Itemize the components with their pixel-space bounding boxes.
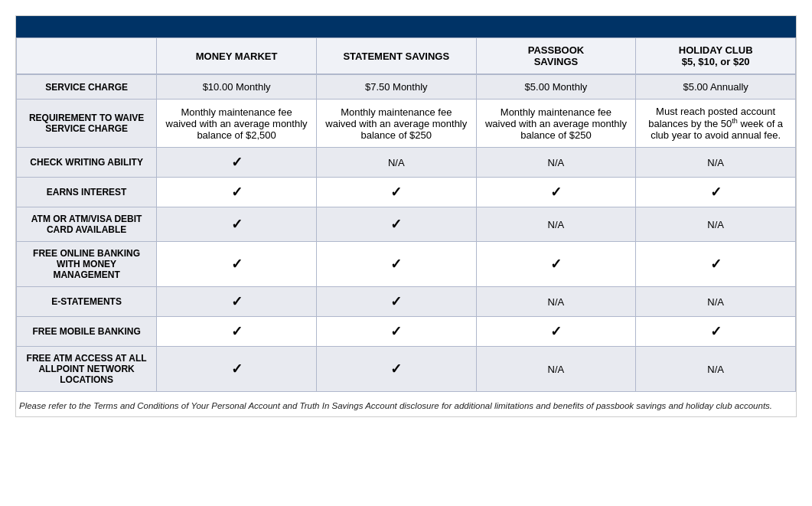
col-header-label: [17, 38, 157, 75]
row-cell-statement_savings: ✓: [316, 287, 476, 317]
row-cell-statement_savings: ✓: [316, 178, 476, 207]
checkmark-icon: ✓: [710, 256, 722, 272]
checkmark-icon: ✓: [710, 324, 722, 339]
row-cell-statement_savings: ✓: [316, 207, 476, 242]
table-row: FREE ATM ACCESS AT ALL ALLPOINT NETWORK …: [17, 347, 796, 392]
row-label: SERVICE CHARGE: [17, 74, 157, 100]
row-label: ATM OR ATM/VISA DEBIT CARD AVAILABLE: [17, 207, 157, 242]
row-label: FREE ATM ACCESS AT ALL ALLPOINT NETWORK …: [17, 347, 157, 392]
row-cell-money_market: ✓: [157, 242, 317, 287]
row-label: CHECK WRITING ABILITY: [17, 148, 157, 178]
row-cell-statement_savings: ✓: [316, 317, 476, 347]
row-cell-passbook_savings: Monthly maintenance fee waived with an a…: [476, 100, 636, 148]
checkmark-icon: ✓: [231, 256, 243, 272]
row-cell-statement_savings: ✓: [316, 347, 476, 392]
checkmark-icon: ✓: [550, 256, 562, 272]
checkmark-icon: ✓: [231, 184, 243, 200]
table-row: E-STATEMENTS✓✓N/AN/A: [17, 287, 796, 317]
checkmark-icon: ✓: [390, 217, 402, 232]
row-label: FREE ONLINE BANKING WITH MONEY MANAGEMEN…: [17, 242, 157, 287]
row-cell-passbook_savings: ✓: [476, 178, 636, 207]
row-cell-holiday_club: Must reach posted account balances by th…: [636, 100, 796, 148]
footer-note: Please refer to the Terms and Conditions…: [16, 392, 796, 416]
row-cell-passbook_savings: $5.00 Monthly: [476, 74, 636, 100]
col-header-money-market: MONEY MARKET: [157, 38, 317, 75]
row-cell-holiday_club: N/A: [636, 207, 796, 242]
table-row: FREE MOBILE BANKING✓✓✓✓: [17, 317, 796, 347]
row-cell-passbook_savings: N/A: [476, 347, 636, 392]
table-row: CHECK WRITING ABILITY✓N/AN/AN/A: [17, 148, 796, 178]
row-cell-holiday_club: $5.00 Annually: [636, 74, 796, 100]
row-cell-money_market: ✓: [157, 178, 317, 207]
row-cell-statement_savings: $7.50 Monthly: [316, 74, 476, 100]
row-cell-money_market: ✓: [157, 347, 317, 392]
row-label: FREE MOBILE BANKING: [17, 317, 157, 347]
row-label: E-STATEMENTS: [17, 287, 157, 317]
row-cell-money_market: ✓: [157, 148, 317, 178]
row-cell-statement_savings: Monthly maintenance fee waived with an a…: [316, 100, 476, 148]
table-row: SERVICE CHARGE$10.00 Monthly$7.50 Monthl…: [17, 74, 796, 100]
col-header-passbook-savings: PASSBOOKSAVINGS: [476, 38, 636, 75]
checkmark-icon: ✓: [390, 294, 402, 309]
row-cell-passbook_savings: ✓: [476, 317, 636, 347]
row-cell-holiday_club: N/A: [636, 347, 796, 392]
row-cell-money_market: ✓: [157, 287, 317, 317]
comparison-table: MONEY MARKET STATEMENT SAVINGS PASSBOOKS…: [16, 38, 796, 392]
col-header-statement-savings: STATEMENT SAVINGS: [316, 38, 476, 75]
checkmark-icon: ✓: [231, 217, 243, 232]
row-cell-statement_savings: ✓: [316, 242, 476, 287]
checkmark-icon: ✓: [390, 184, 402, 200]
checkmark-icon: ✓: [550, 324, 562, 339]
table-row: ATM OR ATM/VISA DEBIT CARD AVAILABLE✓✓N/…: [17, 207, 796, 242]
row-cell-holiday_club: ✓: [636, 317, 796, 347]
checkmark-icon: ✓: [390, 324, 402, 339]
page-title: [16, 16, 796, 38]
checkmark-icon: ✓: [390, 256, 402, 272]
table-row: EARNS INTEREST✓✓✓✓: [17, 178, 796, 207]
row-cell-passbook_savings: N/A: [476, 148, 636, 178]
row-label: REQUIREMENT TO WAIVE SERVICE CHARGE: [17, 100, 157, 148]
row-cell-holiday_club: N/A: [636, 287, 796, 317]
checkmark-icon: ✓: [231, 361, 243, 377]
checkmark-icon: ✓: [710, 184, 722, 200]
main-container: MONEY MARKET STATEMENT SAVINGS PASSBOOKS…: [15, 15, 797, 417]
row-cell-holiday_club: N/A: [636, 148, 796, 178]
checkmark-icon: ✓: [231, 294, 243, 309]
checkmark-icon: ✓: [231, 324, 243, 339]
row-cell-money_market: $10.00 Monthly: [157, 74, 317, 100]
row-cell-statement_savings: N/A: [316, 148, 476, 178]
checkmark-icon: ✓: [231, 155, 243, 170]
row-cell-money_market: ✓: [157, 207, 317, 242]
row-cell-money_market: ✓: [157, 317, 317, 347]
row-cell-passbook_savings: ✓: [476, 242, 636, 287]
table-header-row: MONEY MARKET STATEMENT SAVINGS PASSBOOKS…: [17, 38, 796, 75]
row-cell-money_market: Monthly maintenance fee waived with an a…: [157, 100, 317, 148]
table-row: FREE ONLINE BANKING WITH MONEY MANAGEMEN…: [17, 242, 796, 287]
row-label: EARNS INTEREST: [17, 178, 157, 207]
row-cell-passbook_savings: N/A: [476, 287, 636, 317]
table-row: REQUIREMENT TO WAIVE SERVICE CHARGEMonth…: [17, 100, 796, 148]
row-cell-holiday_club: ✓: [636, 242, 796, 287]
checkmark-icon: ✓: [550, 184, 562, 200]
row-cell-passbook_savings: N/A: [476, 207, 636, 242]
col-header-holiday-club: HOLIDAY CLUB$5, $10, or $20: [636, 38, 796, 75]
row-cell-holiday_club: ✓: [636, 178, 796, 207]
checkmark-icon: ✓: [390, 361, 402, 377]
